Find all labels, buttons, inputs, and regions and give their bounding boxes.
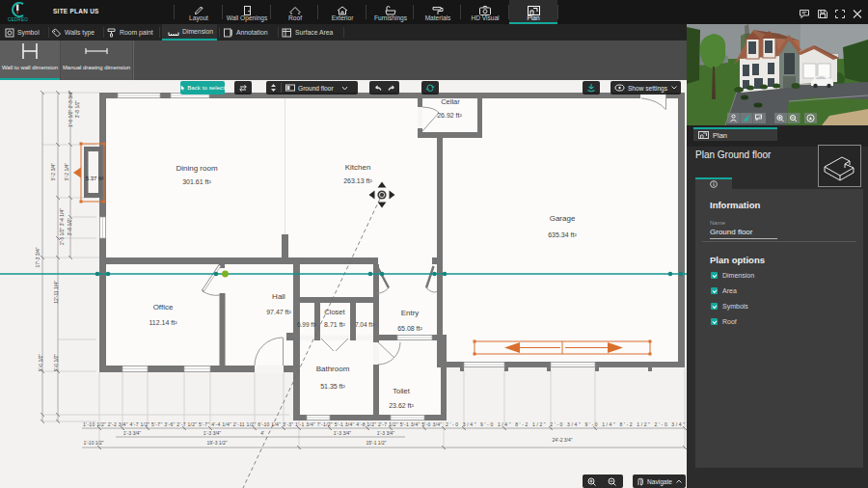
svg-text:19'-3 1/2": 19'-3 1/2" [206,440,227,446]
svg-text:Garage: Garage [550,214,576,223]
svg-text:Bathroom: Bathroom [316,365,350,373]
svg-text:1'-0 1/2" 2'-3 3/4": 1'-0 1/2" 2'-3 3/4" [68,91,73,127]
svg-text:3'-8 1/2": 3'-8 1/2" [67,218,72,236]
svg-text:12'-11 1/4": 12'-11 1/4" [53,281,59,304]
svg-text:Hall: Hall [272,292,285,301]
svg-text:Entry: Entry [401,309,420,317]
svg-text:26.92 ft²: 26.92 ft² [437,112,462,119]
svg-text:Kitchen: Kitchen [345,163,371,172]
svg-text:17'-3 3/4": 17'-3 3/4" [35,247,41,267]
svg-text:5.37 ft²: 5.37 ft² [86,176,104,181]
svg-text:97.47 ft²: 97.47 ft² [266,309,291,315]
svg-text:1'-3 3/4": 1'-3 3/4" [334,430,352,436]
svg-text:Cellar: Cellar [441,97,460,106]
svg-text:635.34 ft²: 635.34 ft² [548,231,577,238]
svg-text:5'-0 1/2": 5'-0 1/2" [53,354,59,372]
svg-text:23.62 ft²: 23.62 ft² [389,402,414,409]
svg-text:1'-3 3/4": 1'-3 3/4" [123,430,142,436]
svg-text:Toilet: Toilet [393,387,410,395]
svg-text:Dining room: Dining room [176,164,217,173]
svg-text:2'-0 3/4" 9'-0 1/4" 8'-2 1/2": 2'-0 3/4" 9'-0 1/4" 8'-2 1/2" 2'-0 3/4" … [446,421,685,427]
svg-text:5'-2 3/4": 5'-2 3/4" [50,163,56,181]
svg-text:6.99 ft²: 6.99 ft² [297,321,317,328]
svg-text:5'-2 1/4": 5'-2 1/4" [64,163,69,181]
svg-text:CEDREO: CEDREO [8,17,28,22]
svg-text:3'-8 1/2": 3'-8 1/2" [74,100,80,119]
svg-text:7.04 ft²: 7.04 ft² [355,321,375,328]
svg-text:1'-3 3/4": 1'-3 3/4" [203,430,222,436]
svg-text:112.14 ft²: 112.14 ft² [149,319,177,326]
svg-text:1'-10 1/2" 2'-2 3/4" 4'-7 1/2": 1'-10 1/2" 2'-2 3/4" 4'-7 1/2" 5'-7" 3'-… [83,421,442,427]
svg-text:Office: Office [153,303,174,312]
svg-text:1'-3 3/4": 1'-3 3/4" [377,430,395,436]
svg-text:51.35 ft²: 51.35 ft² [320,383,345,390]
svg-text:24'-2 3/4": 24'-2 3/4" [552,437,572,443]
svg-text:263.13 ft²: 263.13 ft² [343,177,372,184]
svg-text:65.08 ft²: 65.08 ft² [397,325,422,332]
svg-text:15'-1 1/2": 15'-1 1/2" [366,440,386,446]
svg-text:8.71 ft²: 8.71 ft² [324,321,345,328]
svg-text:4': 4' [260,430,264,436]
svg-text:2'-5 1/2" 3'-4 1/4": 2'-5 1/2" 3'-4 1/4" [59,208,65,245]
svg-text:301.61 ft²: 301.61 ft² [182,178,211,185]
svg-text:1'-10 1/2": 1'-10 1/2" [83,440,103,446]
svg-text:5'-0 1/2": 5'-0 1/2" [38,354,43,372]
